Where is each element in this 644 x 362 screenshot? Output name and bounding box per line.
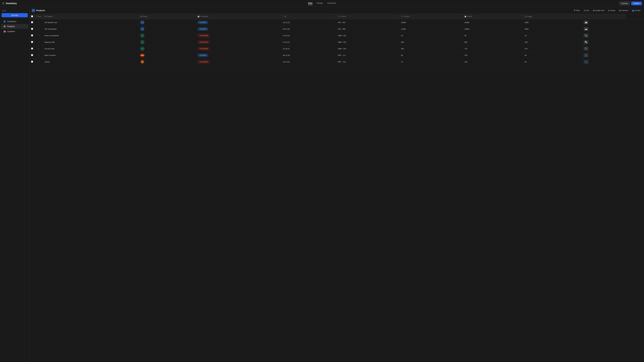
filter-button[interactable]: ⧩ Filter [572,8,581,12]
row-checkbox-1[interactable] [31,28,33,30]
row-image: 🔩 [582,39,626,45]
sidebar-item-suppliers[interactable]: 🏭 Suppliers [1,29,28,34]
table-row: 7Jacket c Unavailable10.10.22PRF - 11270… [30,59,644,65]
status-badge: Available [198,54,208,57]
item-col-icon: T [36,15,37,17]
images-col-icon: 🖼 [524,15,526,17]
row-id: ATK - 655 [336,26,399,32]
row-number: 7 [35,59,43,65]
row-id: CBM - 524 [336,45,399,52]
preview-button[interactable]: Preview [619,1,630,5]
row-price: 100 [463,59,523,65]
select-all-checkbox[interactable] [31,15,33,17]
tab-design[interactable]: Design [317,2,323,5]
row-purchased: 21.04.21 [281,45,336,52]
columns-icon: ⊞ [619,9,621,11]
status-col-icon: ⬛ [140,15,142,17]
th-add-col: + [582,14,626,19]
columns-button[interactable]: ⊞ Columns [618,9,630,12]
th-purchased: 📅 Purchased [196,14,281,19]
access-button[interactable]: 👥 Access [630,9,642,12]
row-cost: 20 [399,32,463,39]
table-row: 6Work Trousers Dickies Available05.12.20… [30,52,644,59]
menu-icon[interactable]: ☰ [2,2,4,5]
row-id: CBM - 522 [336,32,399,39]
row-checkbox-3[interactable] [31,41,33,43]
sidebar-item-products[interactable]: 📦 Products [1,24,28,29]
row-price: 30 [463,32,523,39]
svg-text:Tm: Tm [142,42,143,43]
top-header: ☰ Inventory Data Design Automate Preview… [0,0,644,7]
row-item: VW Sprinter van [43,19,138,26]
add-data-button[interactable]: Add data [2,13,28,17]
row-checkbox-cell [30,19,35,26]
supplier-logo-vw: VW [140,20,144,24]
row-supplier: Tm [138,39,196,45]
row-checkbox-2[interactable] [31,34,33,36]
svg-text:VW: VW [142,22,144,23]
row-extra [626,32,644,39]
row-number: 4 [35,39,43,45]
tab-data[interactable]: Data [308,2,312,5]
row-checkbox-cell [30,32,35,39]
row-checkbox-5[interactable] [31,54,33,56]
row-status: Unavailable [196,32,281,39]
sidebar-item-label-suppliers: Suppliers [7,30,15,32]
table-toolbar: Products ⧩ Filter ⇅ Sort ⊞ Create view ⊟… [30,7,644,14]
supplier-col-icon: 🖼 [44,15,46,17]
publish-button[interactable]: Publish [631,1,642,5]
row-image: 🔨 [582,45,626,52]
th-cost: 123 Cost $ [336,14,399,19]
row-status: Unavailable [196,59,281,65]
status-badge: Available [198,27,208,30]
row-price: 13000 [463,26,523,32]
sidebar-item-customers[interactable]: 👤 Customers [1,19,28,24]
row-checkbox-4[interactable] [31,48,33,49]
image-thumbnail: 🚐 [584,20,588,24]
row-price: 770 [463,45,523,52]
image-thumbnail: 🧥 [584,60,588,64]
table-wrap: T Item 🖼 Supplier ⬛ [30,14,644,65]
image-thumbnail: 🔨 [584,47,588,50]
customers-icon: 👤 [3,20,6,23]
row-item: Power screwdriver [43,32,138,39]
add-column-button[interactable]: + [584,15,587,17]
row-cost: 11000 [399,26,463,32]
row-purchased: 21.04.21 [281,39,336,45]
purchased-col-icon: 📅 [198,15,200,17]
row-checkbox-0[interactable] [31,21,33,23]
row-purchased: 10.10.22 [281,59,336,65]
status-badge: Unavailable [198,47,210,50]
row-purchased: 05.12.20 [281,52,336,59]
row-cost: 500 [399,45,463,52]
table-row: 5Circular Saw Tm Unavailable21.04.21CBM … [30,45,644,52]
group-icon: ⊟ [608,9,610,11]
svg-text:Tm: Tm [142,48,143,49]
row-item: Jacket [43,59,138,65]
sort-button[interactable]: ⇅ Sort [582,9,590,12]
row-item: VW Transporter [43,26,138,32]
row-profit: 10 [523,32,582,39]
table-icon [32,9,35,12]
th-price: 123 Price $ [399,14,463,19]
tab-automate[interactable]: Automate [327,2,336,5]
row-image: 🔧 [582,32,626,39]
row-id: PRF - 111 [336,52,399,59]
supplier-logo-carhartt: c [140,60,144,64]
row-item: Work Trousers [43,52,138,59]
nav-tabs: Data Design Automate [308,2,336,5]
row-status: Available [196,52,281,59]
create-view-button[interactable]: ⊞ Create view [592,9,606,12]
status-badge: Unavailable [198,34,210,37]
row-checkbox-6[interactable] [31,61,33,63]
sidebar: Data Add data 👤 Customers 📦 Products 🏭 S… [0,7,30,362]
row-supplier: Tm [138,32,196,39]
header-actions: Preview Publish [619,1,642,5]
profit-col-icon: 📋 [464,15,466,17]
row-status: Available [196,19,281,26]
sort-icon: ⇅ [584,9,585,11]
row-extra [626,52,644,59]
group-button[interactable]: ⊟ Group [607,9,617,12]
supplier-logo-makita: Tm [140,46,144,51]
svg-text:Dickies: Dickies [140,55,144,56]
